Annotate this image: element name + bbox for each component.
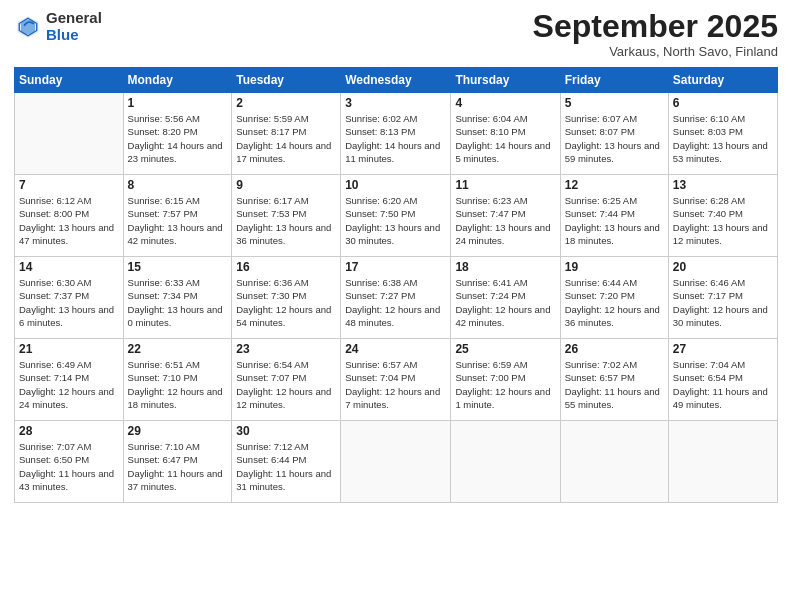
sunrise-text: Sunrise: 6:57 AM	[345, 358, 446, 371]
table-row	[560, 421, 668, 503]
sunset-text: Sunset: 8:03 PM	[673, 125, 773, 138]
col-saturday: Saturday	[668, 68, 777, 93]
col-friday: Friday	[560, 68, 668, 93]
day-number: 14	[19, 260, 119, 274]
daylight-text: Daylight: 12 hours and 42 minutes.	[455, 303, 555, 330]
day-info: Sunrise: 6:02 AMSunset: 8:13 PMDaylight:…	[345, 112, 446, 165]
sunrise-text: Sunrise: 6:12 AM	[19, 194, 119, 207]
day-info: Sunrise: 6:54 AMSunset: 7:07 PMDaylight:…	[236, 358, 336, 411]
day-info: Sunrise: 6:46 AMSunset: 7:17 PMDaylight:…	[673, 276, 773, 329]
daylight-text: Daylight: 12 hours and 12 minutes.	[236, 385, 336, 412]
table-row: 15Sunrise: 6:33 AMSunset: 7:34 PMDayligh…	[123, 257, 232, 339]
day-number: 22	[128, 342, 228, 356]
day-number: 4	[455, 96, 555, 110]
table-row: 11Sunrise: 6:23 AMSunset: 7:47 PMDayligh…	[451, 175, 560, 257]
day-info: Sunrise: 6:49 AMSunset: 7:14 PMDaylight:…	[19, 358, 119, 411]
sunset-text: Sunset: 6:44 PM	[236, 453, 336, 466]
daylight-text: Daylight: 11 hours and 43 minutes.	[19, 467, 119, 494]
calendar-week-3: 14Sunrise: 6:30 AMSunset: 7:37 PMDayligh…	[15, 257, 778, 339]
sunrise-text: Sunrise: 5:56 AM	[128, 112, 228, 125]
sunset-text: Sunset: 8:10 PM	[455, 125, 555, 138]
sunrise-text: Sunrise: 6:36 AM	[236, 276, 336, 289]
sunrise-text: Sunrise: 7:02 AM	[565, 358, 664, 371]
daylight-text: Daylight: 13 hours and 47 minutes.	[19, 221, 119, 248]
day-number: 5	[565, 96, 664, 110]
day-number: 12	[565, 178, 664, 192]
sunrise-text: Sunrise: 7:04 AM	[673, 358, 773, 371]
sunset-text: Sunset: 8:20 PM	[128, 125, 228, 138]
table-row	[341, 421, 451, 503]
daylight-text: Daylight: 13 hours and 0 minutes.	[128, 303, 228, 330]
sunset-text: Sunset: 8:13 PM	[345, 125, 446, 138]
daylight-text: Daylight: 14 hours and 23 minutes.	[128, 139, 228, 166]
table-row: 7Sunrise: 6:12 AMSunset: 8:00 PMDaylight…	[15, 175, 124, 257]
day-number: 19	[565, 260, 664, 274]
sunset-text: Sunset: 6:50 PM	[19, 453, 119, 466]
header: General Blue September 2025 Varkaus, Nor…	[14, 10, 778, 59]
sunset-text: Sunset: 7:17 PM	[673, 289, 773, 302]
sunset-text: Sunset: 7:40 PM	[673, 207, 773, 220]
sunset-text: Sunset: 7:00 PM	[455, 371, 555, 384]
calendar-week-4: 21Sunrise: 6:49 AMSunset: 7:14 PMDayligh…	[15, 339, 778, 421]
day-info: Sunrise: 6:28 AMSunset: 7:40 PMDaylight:…	[673, 194, 773, 247]
day-number: 10	[345, 178, 446, 192]
day-info: Sunrise: 6:23 AMSunset: 7:47 PMDaylight:…	[455, 194, 555, 247]
day-info: Sunrise: 6:36 AMSunset: 7:30 PMDaylight:…	[236, 276, 336, 329]
day-info: Sunrise: 6:38 AMSunset: 7:27 PMDaylight:…	[345, 276, 446, 329]
day-info: Sunrise: 6:41 AMSunset: 7:24 PMDaylight:…	[455, 276, 555, 329]
sunset-text: Sunset: 7:30 PM	[236, 289, 336, 302]
sunrise-text: Sunrise: 6:15 AM	[128, 194, 228, 207]
day-info: Sunrise: 6:04 AMSunset: 8:10 PMDaylight:…	[455, 112, 555, 165]
table-row: 2Sunrise: 5:59 AMSunset: 8:17 PMDaylight…	[232, 93, 341, 175]
table-row	[668, 421, 777, 503]
day-number: 17	[345, 260, 446, 274]
day-number: 28	[19, 424, 119, 438]
day-number: 1	[128, 96, 228, 110]
table-row: 21Sunrise: 6:49 AMSunset: 7:14 PMDayligh…	[15, 339, 124, 421]
day-number: 20	[673, 260, 773, 274]
daylight-text: Daylight: 12 hours and 1 minute.	[455, 385, 555, 412]
day-info: Sunrise: 6:15 AMSunset: 7:57 PMDaylight:…	[128, 194, 228, 247]
sunrise-text: Sunrise: 6:20 AM	[345, 194, 446, 207]
sunrise-text: Sunrise: 7:07 AM	[19, 440, 119, 453]
table-row: 8Sunrise: 6:15 AMSunset: 7:57 PMDaylight…	[123, 175, 232, 257]
day-info: Sunrise: 7:04 AMSunset: 6:54 PMDaylight:…	[673, 358, 773, 411]
daylight-text: Daylight: 11 hours and 49 minutes.	[673, 385, 773, 412]
daylight-text: Daylight: 13 hours and 6 minutes.	[19, 303, 119, 330]
day-info: Sunrise: 6:20 AMSunset: 7:50 PMDaylight:…	[345, 194, 446, 247]
calendar-week-2: 7Sunrise: 6:12 AMSunset: 8:00 PMDaylight…	[15, 175, 778, 257]
sunrise-text: Sunrise: 6:02 AM	[345, 112, 446, 125]
day-info: Sunrise: 6:17 AMSunset: 7:53 PMDaylight:…	[236, 194, 336, 247]
table-row: 12Sunrise: 6:25 AMSunset: 7:44 PMDayligh…	[560, 175, 668, 257]
day-info: Sunrise: 7:02 AMSunset: 6:57 PMDaylight:…	[565, 358, 664, 411]
day-number: 6	[673, 96, 773, 110]
sunset-text: Sunset: 7:07 PM	[236, 371, 336, 384]
table-row: 10Sunrise: 6:20 AMSunset: 7:50 PMDayligh…	[341, 175, 451, 257]
daylight-text: Daylight: 12 hours and 48 minutes.	[345, 303, 446, 330]
day-number: 3	[345, 96, 446, 110]
sunset-text: Sunset: 7:50 PM	[345, 207, 446, 220]
logo-blue: Blue	[46, 27, 102, 44]
table-row: 29Sunrise: 7:10 AMSunset: 6:47 PMDayligh…	[123, 421, 232, 503]
day-number: 25	[455, 342, 555, 356]
logo-icon	[14, 13, 42, 41]
sunrise-text: Sunrise: 6:28 AM	[673, 194, 773, 207]
sunrise-text: Sunrise: 6:25 AM	[565, 194, 664, 207]
day-info: Sunrise: 6:10 AMSunset: 8:03 PMDaylight:…	[673, 112, 773, 165]
day-number: 8	[128, 178, 228, 192]
day-info: Sunrise: 6:12 AMSunset: 8:00 PMDaylight:…	[19, 194, 119, 247]
table-row: 5Sunrise: 6:07 AMSunset: 8:07 PMDaylight…	[560, 93, 668, 175]
sunrise-text: Sunrise: 6:41 AM	[455, 276, 555, 289]
sunrise-text: Sunrise: 6:04 AM	[455, 112, 555, 125]
calendar-header-row: Sunday Monday Tuesday Wednesday Thursday…	[15, 68, 778, 93]
daylight-text: Daylight: 13 hours and 59 minutes.	[565, 139, 664, 166]
day-number: 7	[19, 178, 119, 192]
sunrise-text: Sunrise: 6:07 AM	[565, 112, 664, 125]
day-info: Sunrise: 6:25 AMSunset: 7:44 PMDaylight:…	[565, 194, 664, 247]
table-row: 25Sunrise: 6:59 AMSunset: 7:00 PMDayligh…	[451, 339, 560, 421]
sunrise-text: Sunrise: 6:23 AM	[455, 194, 555, 207]
table-row: 26Sunrise: 7:02 AMSunset: 6:57 PMDayligh…	[560, 339, 668, 421]
table-row: 9Sunrise: 6:17 AMSunset: 7:53 PMDaylight…	[232, 175, 341, 257]
sunset-text: Sunset: 7:47 PM	[455, 207, 555, 220]
table-row: 1Sunrise: 5:56 AMSunset: 8:20 PMDaylight…	[123, 93, 232, 175]
